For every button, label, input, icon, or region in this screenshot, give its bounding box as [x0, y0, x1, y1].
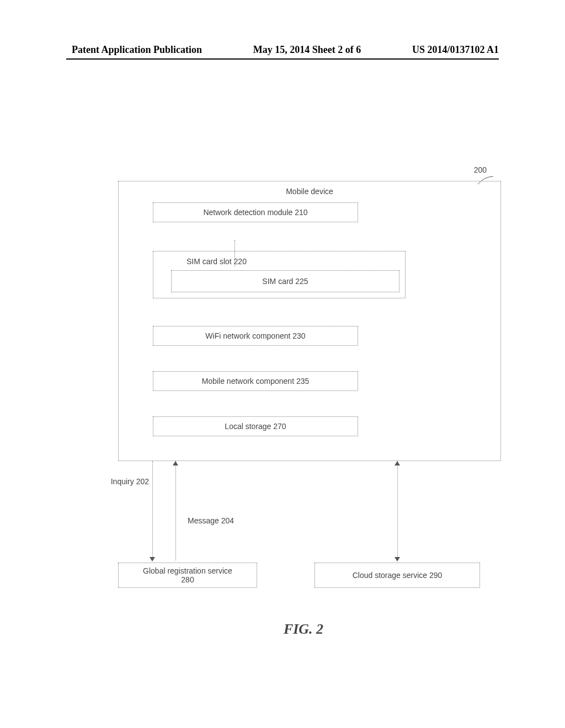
cloud-storage-label: Cloud storage service 290 — [353, 571, 443, 580]
inquiry-label: Inquiry 202 — [100, 477, 149, 486]
local-storage-label: Local storage 270 — [225, 422, 286, 431]
wifi-component-box: WiFi network component 230 — [153, 326, 358, 346]
mobile-device-title: Mobile device — [286, 187, 333, 196]
reference-numeral-200: 200 — [474, 165, 487, 174]
sim-slot-label: SIM card slot 220 — [186, 257, 247, 266]
header-divider — [66, 58, 499, 60]
header-patent-number: US 2014/0137102 A1 — [412, 44, 499, 56]
network-detection-label: Network detection module 210 — [203, 208, 307, 217]
arrowhead-up-icon — [173, 461, 178, 465]
mobile-network-label: Mobile network component 235 — [202, 377, 310, 386]
arrowhead-up-icon — [395, 461, 400, 465]
page-header: Patent Application Publication May 15, 2… — [0, 44, 565, 56]
network-detection-module-box: Network detection module 210 — [153, 202, 358, 222]
sim-card-slot-box: SIM card slot 220 SIM card 225 — [153, 251, 406, 298]
sim-card-label: SIM card 225 — [262, 277, 308, 286]
figure-caption: FIG. 2 — [284, 621, 323, 638]
sim-card-box: SIM card 225 — [171, 270, 399, 292]
header-date-sheet: May 15, 2014 Sheet 2 of 6 — [253, 44, 361, 56]
header-publication: Patent Application Publication — [72, 44, 202, 56]
cloud-arrow-line — [397, 461, 398, 560]
arrowhead-down-icon — [150, 557, 155, 561]
global-registration-label-line2: 280 — [181, 575, 194, 584]
global-registration-label-line1: Global registration service — [143, 566, 232, 575]
cloud-storage-service-box: Cloud storage service 290 — [315, 563, 480, 588]
mobile-network-component-box: Mobile network component 235 — [153, 371, 358, 391]
local-storage-box: Local storage 270 — [153, 416, 358, 436]
global-registration-service-box: Global registration service 280 — [118, 563, 257, 588]
mobile-device-container: Mobile device Network detection module 2… — [118, 181, 501, 461]
inquiry-arrow-line — [152, 461, 153, 560]
message-label: Message 204 — [188, 516, 234, 525]
wifi-label: WiFi network component 230 — [205, 331, 305, 340]
message-arrow-line — [175, 461, 176, 560]
arrowhead-down-icon — [395, 557, 400, 561]
